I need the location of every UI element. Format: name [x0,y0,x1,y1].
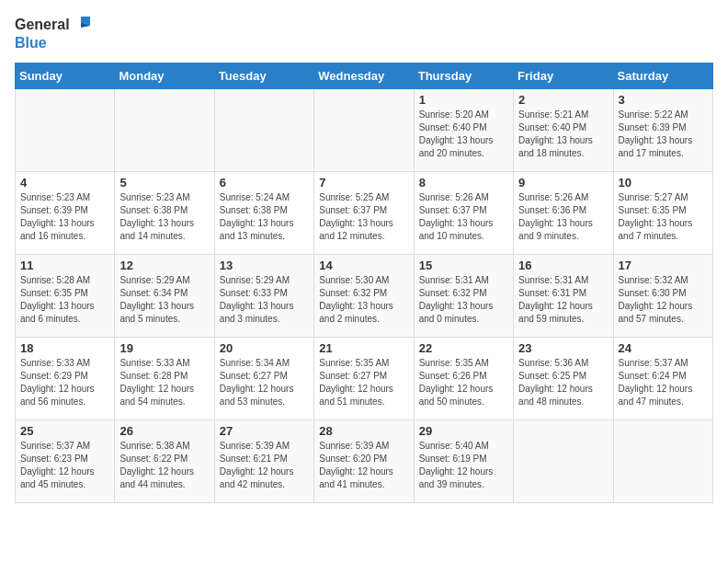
day-number: 8 [419,176,508,190]
calendar-cell: 14Sunrise: 5:30 AM Sunset: 6:32 PM Dayli… [314,254,414,337]
day-info: Sunrise: 5:20 AM Sunset: 6:40 PM Dayligh… [419,109,508,160]
day-info: Sunrise: 5:29 AM Sunset: 6:34 PM Dayligh… [119,274,209,326]
day-number: 27 [220,424,309,438]
day-info: Sunrise: 5:26 AM Sunset: 6:37 PM Dayligh… [419,191,508,243]
calendar-cell: 4Sunrise: 5:23 AM Sunset: 6:39 PM Daylig… [16,171,115,254]
calendar-cell [514,419,613,502]
day-number: 23 [518,341,608,355]
logo: General Blue [15,15,92,52]
page-header: General Blue [15,15,713,52]
calendar-cell: 28Sunrise: 5:39 AM Sunset: 6:20 PM Dayli… [314,419,414,502]
calendar-cell [314,88,414,171]
day-number: 18 [20,341,109,355]
day-number: 29 [419,424,508,438]
header-thursday: Thursday [414,63,513,88]
day-info: Sunrise: 5:34 AM Sunset: 6:27 PM Dayligh… [220,357,309,408]
day-info: Sunrise: 5:28 AM Sunset: 6:35 PM Dayligh… [20,274,109,326]
day-info: Sunrise: 5:26 AM Sunset: 6:36 PM Dayligh… [518,191,608,243]
header-saturday: Saturday [613,63,712,88]
day-info: Sunrise: 5:36 AM Sunset: 6:25 PM Dayligh… [518,357,608,408]
day-number: 9 [518,176,608,190]
logo-flag-icon [72,15,92,35]
calendar-header-row: SundayMondayTuesdayWednesdayThursdayFrid… [16,63,713,88]
header-tuesday: Tuesday [214,63,313,88]
calendar-cell [16,88,115,171]
calendar-cell: 19Sunrise: 5:33 AM Sunset: 6:28 PM Dayli… [115,337,214,419]
day-number: 22 [419,341,508,355]
calendar-cell: 22Sunrise: 5:35 AM Sunset: 6:26 PM Dayli… [414,337,513,419]
day-info: Sunrise: 5:25 AM Sunset: 6:37 PM Dayligh… [319,191,408,243]
day-info: Sunrise: 5:24 AM Sunset: 6:38 PM Dayligh… [220,191,309,243]
header-monday: Monday [115,63,214,88]
day-number: 6 [220,176,309,190]
calendar-cell: 26Sunrise: 5:38 AM Sunset: 6:22 PM Dayli… [115,419,214,502]
day-number: 3 [619,93,708,107]
calendar-week-row: 18Sunrise: 5:33 AM Sunset: 6:29 PM Dayli… [16,337,713,419]
day-number: 26 [119,424,209,438]
header-sunday: Sunday [16,63,115,88]
day-number: 16 [518,259,608,272]
day-number: 15 [419,259,508,272]
day-number: 4 [20,176,109,190]
calendar-cell: 5Sunrise: 5:23 AM Sunset: 6:38 PM Daylig… [115,171,214,254]
day-info: Sunrise: 5:23 AM Sunset: 6:38 PM Dayligh… [119,191,209,243]
calendar-cell: 24Sunrise: 5:37 AM Sunset: 6:24 PM Dayli… [613,337,712,419]
calendar-cell: 21Sunrise: 5:35 AM Sunset: 6:27 PM Dayli… [314,337,414,419]
day-number: 28 [319,424,408,438]
calendar-cell: 20Sunrise: 5:34 AM Sunset: 6:27 PM Dayli… [214,337,313,419]
day-info: Sunrise: 5:22 AM Sunset: 6:39 PM Dayligh… [619,109,708,160]
calendar-cell: 29Sunrise: 5:40 AM Sunset: 6:19 PM Dayli… [414,419,513,502]
calendar-week-row: 4Sunrise: 5:23 AM Sunset: 6:39 PM Daylig… [16,171,713,254]
day-number: 14 [319,259,408,272]
calendar-table: SundayMondayTuesdayWednesdayThursdayFrid… [15,63,713,503]
day-info: Sunrise: 5:27 AM Sunset: 6:35 PM Dayligh… [619,191,708,243]
calendar-cell: 12Sunrise: 5:29 AM Sunset: 6:34 PM Dayli… [115,254,214,337]
day-number: 2 [518,93,608,107]
day-info: Sunrise: 5:37 AM Sunset: 6:23 PM Dayligh… [20,440,109,491]
calendar-cell: 9Sunrise: 5:26 AM Sunset: 6:36 PM Daylig… [514,171,613,254]
day-info: Sunrise: 5:40 AM Sunset: 6:19 PM Dayligh… [419,440,508,491]
day-info: Sunrise: 5:30 AM Sunset: 6:32 PM Dayligh… [319,274,408,326]
day-info: Sunrise: 5:39 AM Sunset: 6:20 PM Dayligh… [319,440,408,491]
day-number: 21 [319,341,408,355]
calendar-cell: 23Sunrise: 5:36 AM Sunset: 6:25 PM Dayli… [514,337,613,419]
calendar-cell: 7Sunrise: 5:25 AM Sunset: 6:37 PM Daylig… [314,171,414,254]
calendar-cell: 8Sunrise: 5:26 AM Sunset: 6:37 PM Daylig… [414,171,513,254]
day-info: Sunrise: 5:31 AM Sunset: 6:32 PM Dayligh… [419,274,508,326]
calendar-week-row: 1Sunrise: 5:20 AM Sunset: 6:40 PM Daylig… [16,88,713,171]
header-wednesday: Wednesday [314,63,414,88]
day-info: Sunrise: 5:33 AM Sunset: 6:29 PM Dayligh… [20,357,109,408]
day-info: Sunrise: 5:33 AM Sunset: 6:28 PM Dayligh… [119,357,209,408]
calendar-cell: 16Sunrise: 5:31 AM Sunset: 6:31 PM Dayli… [514,254,613,337]
calendar-cell [115,88,214,171]
day-number: 17 [619,259,708,272]
day-info: Sunrise: 5:23 AM Sunset: 6:39 PM Dayligh… [20,191,109,243]
calendar-week-row: 25Sunrise: 5:37 AM Sunset: 6:23 PM Dayli… [16,419,713,502]
calendar-cell: 27Sunrise: 5:39 AM Sunset: 6:21 PM Dayli… [214,419,313,502]
day-info: Sunrise: 5:35 AM Sunset: 6:27 PM Dayligh… [319,357,408,408]
logo-blue: Blue [15,35,47,51]
calendar-cell: 15Sunrise: 5:31 AM Sunset: 6:32 PM Dayli… [414,254,513,337]
day-info: Sunrise: 5:31 AM Sunset: 6:31 PM Dayligh… [518,274,608,326]
calendar-cell: 25Sunrise: 5:37 AM Sunset: 6:23 PM Dayli… [16,419,115,502]
calendar-cell: 11Sunrise: 5:28 AM Sunset: 6:35 PM Dayli… [16,254,115,337]
logo-text: General Blue [15,15,92,52]
day-number: 1 [419,93,508,107]
calendar-cell: 18Sunrise: 5:33 AM Sunset: 6:29 PM Dayli… [16,337,115,419]
day-info: Sunrise: 5:39 AM Sunset: 6:21 PM Dayligh… [220,440,309,491]
day-number: 19 [119,341,209,355]
calendar-cell [214,88,313,171]
day-info: Sunrise: 5:38 AM Sunset: 6:22 PM Dayligh… [119,440,209,491]
day-info: Sunrise: 5:29 AM Sunset: 6:33 PM Dayligh… [220,274,309,326]
day-info: Sunrise: 5:21 AM Sunset: 6:40 PM Dayligh… [518,109,608,160]
calendar-cell: 2Sunrise: 5:21 AM Sunset: 6:40 PM Daylig… [514,88,613,171]
day-number: 24 [619,341,708,355]
header-friday: Friday [514,63,613,88]
calendar-cell: 10Sunrise: 5:27 AM Sunset: 6:35 PM Dayli… [613,171,712,254]
day-number: 11 [20,259,109,272]
day-number: 7 [319,176,408,190]
day-number: 5 [119,176,209,190]
logo-general: General [15,17,70,33]
day-info: Sunrise: 5:35 AM Sunset: 6:26 PM Dayligh… [419,357,508,408]
day-number: 25 [20,424,109,438]
